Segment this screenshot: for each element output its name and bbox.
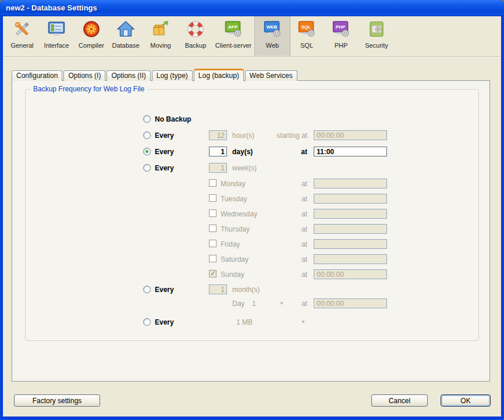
tab-configuration[interactable]: Configuration bbox=[12, 70, 62, 81]
sunday-time-input bbox=[314, 269, 387, 279]
thursday-at-label: at bbox=[237, 225, 307, 233]
monthly-label[interactable]: Every bbox=[155, 286, 174, 294]
toolbar-item-moving[interactable]: Moving bbox=[147, 16, 175, 56]
window-title: new2 - Database Settings bbox=[6, 3, 97, 12]
tab-log-backup[interactable]: Log (backup) bbox=[194, 69, 244, 81]
tab-log-type[interactable]: Log (type) bbox=[152, 70, 193, 81]
row-daily: Every day(s) at bbox=[12, 146, 489, 158]
tab-options-2[interactable]: Options (II) bbox=[107, 70, 150, 81]
saturday-at-label: at bbox=[237, 255, 307, 264]
ok-button[interactable]: OK bbox=[441, 394, 491, 407]
toolbar-label: Interface bbox=[44, 42, 69, 49]
daily-label[interactable]: Every bbox=[155, 148, 174, 156]
toolbar-item-web[interactable]: WEB Web bbox=[254, 16, 290, 56]
row-thursday: Thursday at bbox=[12, 223, 489, 235]
toolbar-label: PHP bbox=[335, 42, 348, 49]
month-day-time-input bbox=[314, 298, 387, 308]
hourly-label[interactable]: Every bbox=[155, 131, 174, 140]
toolbar-item-interface[interactable]: Interface bbox=[40, 16, 73, 56]
wednesday-at-label: at bbox=[237, 210, 307, 218]
daily-at-label: at bbox=[237, 148, 307, 156]
friday-checkbox bbox=[209, 240, 216, 247]
friday-at-label: at bbox=[237, 240, 307, 248]
tab-options-1[interactable]: Options (I) bbox=[63, 70, 105, 81]
hourly-starting-at-label: starting at bbox=[237, 131, 307, 140]
weekly-count-input bbox=[209, 163, 227, 173]
titlebar: new2 - Database Settings bbox=[0, 0, 504, 16]
tuesday-at-label: at bbox=[237, 195, 307, 203]
hourly-count-input bbox=[209, 130, 227, 140]
row-no-backup: No Backup bbox=[12, 113, 489, 125]
thursday-time-input bbox=[314, 224, 387, 234]
row-friday: Friday at bbox=[12, 239, 489, 250]
monthly-radio[interactable] bbox=[143, 286, 151, 293]
radio-selected-dot bbox=[145, 150, 148, 153]
toolbar-label: Moving bbox=[150, 42, 171, 49]
toolbar-label: Web bbox=[266, 42, 279, 49]
sunday-at-label: at bbox=[237, 270, 307, 279]
factory-settings-button[interactable]: Factory settings bbox=[14, 394, 100, 407]
friday-time-input bbox=[314, 239, 387, 249]
no-backup-radio[interactable] bbox=[143, 115, 151, 123]
security-disc-icon bbox=[367, 20, 386, 41]
daily-time-input[interactable] bbox=[314, 147, 387, 156]
hourly-radio[interactable] bbox=[143, 131, 151, 139]
chevron-down-icon: ▼ bbox=[301, 319, 306, 325]
monitor-web-gear-icon: WEB bbox=[263, 20, 282, 41]
monday-time-input bbox=[314, 179, 387, 188]
monday-at-label: at bbox=[237, 180, 307, 188]
toolbar-item-security[interactable]: Security bbox=[360, 16, 393, 56]
toolbar-item-backup[interactable]: Backup bbox=[182, 16, 210, 56]
tools-icon bbox=[13, 20, 31, 41]
size-label[interactable]: Every bbox=[155, 318, 174, 326]
toolbar-item-sql[interactable]: SQL SQL bbox=[292, 16, 321, 56]
row-weekly: Every week(s) bbox=[12, 162, 489, 174]
toolbar-label: Client-server bbox=[215, 42, 251, 49]
monitor-app-gear-icon: APP bbox=[224, 20, 243, 41]
sunday-checkbox bbox=[209, 270, 216, 277]
monitor-php-gear-icon: PHP bbox=[332, 20, 350, 41]
size-value: 1 MB bbox=[236, 318, 253, 326]
daily-radio[interactable] bbox=[143, 148, 151, 155]
dialog-client-area: General Interface bbox=[3, 16, 501, 417]
toolbar-item-database[interactable]: Database bbox=[108, 16, 143, 56]
tuesday-checkbox bbox=[209, 194, 216, 202]
wheel-icon bbox=[82, 20, 101, 41]
hourly-start-time-input bbox=[314, 130, 387, 140]
size-radio[interactable] bbox=[143, 318, 151, 326]
weekly-label[interactable]: Every bbox=[155, 164, 174, 172]
house-icon bbox=[116, 20, 135, 41]
row-month-day: Day 1 ▼ at bbox=[12, 298, 489, 309]
daily-count-input[interactable] bbox=[209, 147, 227, 156]
svg-text:WEB: WEB bbox=[267, 24, 278, 30]
toolbar-item-compiler[interactable]: Compiler bbox=[76, 16, 107, 56]
cancel-button[interactable]: Cancel bbox=[371, 394, 428, 407]
toolbar-label: Security bbox=[365, 42, 388, 49]
month-day-at-label: at bbox=[237, 300, 307, 308]
category-toolbar: General Interface bbox=[3, 16, 501, 56]
toolbar-label: Backup bbox=[185, 42, 207, 49]
saturday-time-input bbox=[314, 254, 387, 264]
toolbar-label: SQL bbox=[300, 42, 313, 49]
row-saturday: Saturday at bbox=[12, 254, 489, 265]
no-backup-label[interactable]: No Backup bbox=[155, 115, 191, 123]
toolbar-item-php[interactable]: PHP PHP bbox=[327, 16, 355, 56]
toolbar-label: Compiler bbox=[79, 42, 104, 49]
tab-strip: Configuration Options (I) Options (II) L… bbox=[12, 68, 299, 81]
groupbox-legend: Backup Frequency for Web Log File bbox=[30, 85, 147, 93]
row-monthly: Every month(s) bbox=[12, 284, 489, 296]
tab-web-services[interactable]: Web Services bbox=[245, 70, 297, 81]
monday-checkbox bbox=[209, 179, 216, 187]
row-hourly: Every hour(s) starting at bbox=[12, 130, 489, 141]
lifebuoy-icon bbox=[186, 20, 205, 41]
monthly-count-input bbox=[209, 284, 227, 294]
row-wednesday: Wednesday at bbox=[12, 208, 489, 220]
weekly-radio[interactable] bbox=[143, 164, 151, 172]
toolbar-label: General bbox=[10, 42, 33, 49]
thursday-checkbox bbox=[209, 225, 216, 232]
row-sunday: Sunday at bbox=[12, 269, 489, 280]
svg-text:PHP: PHP bbox=[336, 24, 346, 30]
monitor-sql-gear-icon: SQL bbox=[297, 20, 316, 41]
toolbar-item-client-server[interactable]: APP Client-server bbox=[211, 16, 255, 56]
toolbar-item-general[interactable]: General bbox=[8, 16, 36, 56]
